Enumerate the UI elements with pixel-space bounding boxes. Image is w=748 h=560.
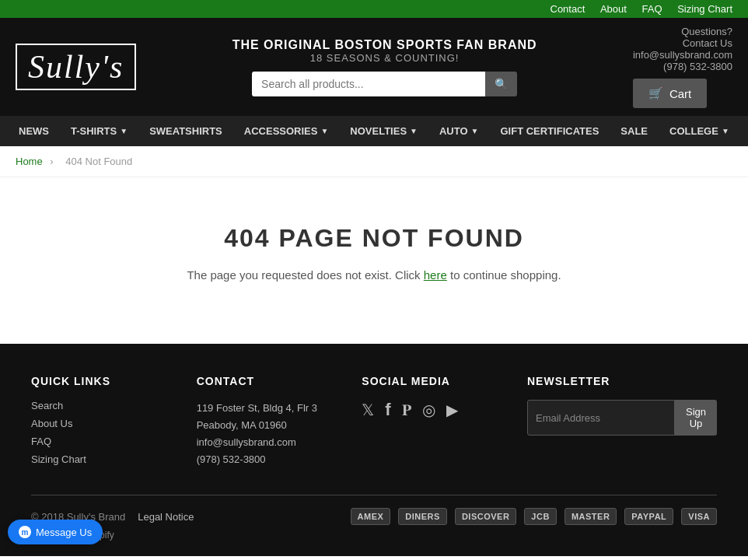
twitter-icon[interactable]: 𝕏 <box>362 401 374 419</box>
powered-by: Powered by Shopify <box>31 530 717 541</box>
footer-faq-link[interactable]: FAQ <box>31 436 173 447</box>
breadcrumb: Home › 404 Not Found <box>0 146 748 177</box>
footer-search-link[interactable]: Search <box>31 400 173 411</box>
social-icons-container: 𝕏 f 𝐏 ◎ ▶ <box>362 400 504 420</box>
chevron-down-icon: ▼ <box>722 127 729 135</box>
error-text-after: to continue shopping. <box>450 268 561 282</box>
contact-address-line2: Peabody, MA 01960 <box>197 417 339 434</box>
nav-auto-label: AUTO <box>439 125 468 137</box>
newsletter-title: NEWSLETTER <box>527 375 717 387</box>
jcb-icon: JCB <box>524 508 557 525</box>
top-bar: Contact About FAQ Sizing Chart <box>0 0 748 18</box>
footer-quick-links: QUICK LINKS Search About Us FAQ Sizing C… <box>31 375 173 471</box>
legal-notice-link[interactable]: Legal Notice <box>138 511 194 523</box>
chevron-down-icon: ▼ <box>320 127 328 135</box>
instagram-icon[interactable]: ◎ <box>422 401 435 419</box>
footer: QUICK LINKS Search About Us FAQ Sizing C… <box>0 344 748 556</box>
breadcrumb-current: 404 Not Found <box>65 156 132 167</box>
sizing-chart-link[interactable]: Sizing Chart <box>677 3 732 15</box>
chevron-down-icon: ▼ <box>120 127 128 135</box>
diners-icon: DINERS <box>398 508 447 525</box>
nav-more[interactable]: MORE ▼ <box>740 116 748 146</box>
contact-phone: (978) 532-3800 <box>197 451 339 468</box>
nav-sale[interactable]: SALE <box>610 116 659 146</box>
visa-icon: VISA <box>681 508 717 525</box>
breadcrumb-home[interactable]: Home <box>16 156 43 167</box>
navigation: NEWS T-SHIRTS ▼ SWEATSHIRTS ACCESSORIES … <box>0 116 748 146</box>
main-content: 404 PAGE NOT FOUND The page you requeste… <box>0 177 748 344</box>
contact-link[interactable]: Contact <box>551 3 585 15</box>
nav-tshirts-label: T-SHIRTS <box>71 125 117 137</box>
cart-label: Cart <box>669 87 691 100</box>
footer-about-link[interactable]: About Us <box>31 418 173 429</box>
contact-title: CONTACT <box>197 375 339 387</box>
nav-accessories[interactable]: ACCESSORIES ▼ <box>233 116 340 146</box>
youtube-icon[interactable]: ▶ <box>446 401 458 419</box>
contact-us-label: Contact Us <box>633 37 732 49</box>
newsletter-email-input[interactable] <box>527 400 675 436</box>
newsletter-signup-button[interactable]: Sign Up <box>675 400 717 436</box>
nav-news[interactable]: NEWS <box>8 116 60 146</box>
contact-address-line1: 119 Foster St, Bldg 4, Flr 3 <box>197 400 339 417</box>
nav-accessories-label: ACCESSORIES <box>244 125 318 137</box>
search-form: 🔍 <box>152 72 617 96</box>
header-phone: (978) 532-3800 <box>633 61 732 72</box>
footer-contact: CONTACT 119 Foster St, Bldg 4, Flr 3 Pea… <box>197 375 339 471</box>
footer-newsletter: NEWSLETTER Sign Up <box>527 375 717 471</box>
pinterest-icon[interactable]: 𝐏 <box>402 401 411 419</box>
social-title: SOCIAL MEDIA <box>362 375 504 387</box>
breadcrumb-separator: › <box>50 156 53 167</box>
logo[interactable]: Sully's <box>16 44 136 90</box>
cart-button[interactable]: 🛒 Cart <box>633 79 707 108</box>
footer-bottom: © 2018 Sully's Brand Legal Notice AMEX D… <box>31 508 717 525</box>
about-link[interactable]: About <box>600 3 627 15</box>
search-input[interactable] <box>252 72 485 96</box>
nav-college-label: COLLEGE <box>669 125 718 137</box>
discover-icon: DISCOVER <box>455 508 516 525</box>
logo-text: Sully's <box>16 44 136 90</box>
header-right: Questions? Contact Us info@sullysbrand.c… <box>633 26 732 108</box>
footer-sizing-link[interactable]: Sizing Chart <box>31 453 173 465</box>
nav-gift-certificates[interactable]: GIFT CERTIFICATES <box>489 116 610 146</box>
contact-email: info@sullysbrand.com <box>197 434 339 451</box>
chevron-down-icon: ▼ <box>410 127 418 135</box>
header: Sully's THE ORIGINAL BOSTON SPORTS FAN B… <box>0 18 748 116</box>
header-email: info@sullysbrand.com <box>633 49 732 61</box>
header-center: THE ORIGINAL BOSTON SPORTS FAN BRAND 18 … <box>152 38 617 96</box>
chevron-down-icon: ▼ <box>471 127 479 135</box>
cart-icon: 🛒 <box>648 86 663 100</box>
paypal-icon: PAYPAL <box>624 508 673 525</box>
footer-divider <box>31 495 717 495</box>
quick-links-title: QUICK LINKS <box>31 375 173 387</box>
amex-icon: AMEX <box>351 508 391 525</box>
error-text-before: The page you requested does not exist. C… <box>187 268 420 282</box>
mastercard-icon: MASTER <box>564 508 617 525</box>
nav-novelties-label: NOVELTIES <box>350 125 407 137</box>
search-button[interactable]: 🔍 <box>485 72 517 96</box>
nav-tshirts[interactable]: T-SHIRTS ▼ <box>60 116 138 146</box>
footer-top: QUICK LINKS Search About Us FAQ Sizing C… <box>31 375 717 495</box>
nav-sweatshirts[interactable]: SWEATSHIRTS <box>138 116 233 146</box>
error-title: 404 PAGE NOT FOUND <box>16 224 732 253</box>
facebook-icon[interactable]: f <box>385 400 390 420</box>
faq-link[interactable]: FAQ <box>642 3 662 15</box>
error-message: The page you requested does not exist. C… <box>16 268 732 282</box>
nav-college[interactable]: COLLEGE ▼ <box>659 116 740 146</box>
questions-label: Questions? <box>633 26 732 37</box>
nav-auto[interactable]: AUTO ▼ <box>428 116 490 146</box>
messenger-label: Message Us <box>36 527 92 538</box>
brand-title: THE ORIGINAL BOSTON SPORTS FAN BRAND <box>152 38 617 52</box>
brand-subtitle: 18 SEASONS & COUNTING! <box>152 52 617 64</box>
payment-icons: AMEX DINERS DISCOVER JCB MASTER PAYPAL V… <box>351 508 717 525</box>
messenger-icon: m <box>19 526 31 538</box>
continue-shopping-link[interactable]: here <box>424 268 447 282</box>
footer-social: SOCIAL MEDIA 𝕏 f 𝐏 ◎ ▶ <box>362 375 504 471</box>
messenger-widget[interactable]: m Message Us <box>8 520 103 544</box>
newsletter-form: Sign Up <box>527 400 717 436</box>
nav-novelties[interactable]: NOVELTIES ▼ <box>339 116 428 146</box>
